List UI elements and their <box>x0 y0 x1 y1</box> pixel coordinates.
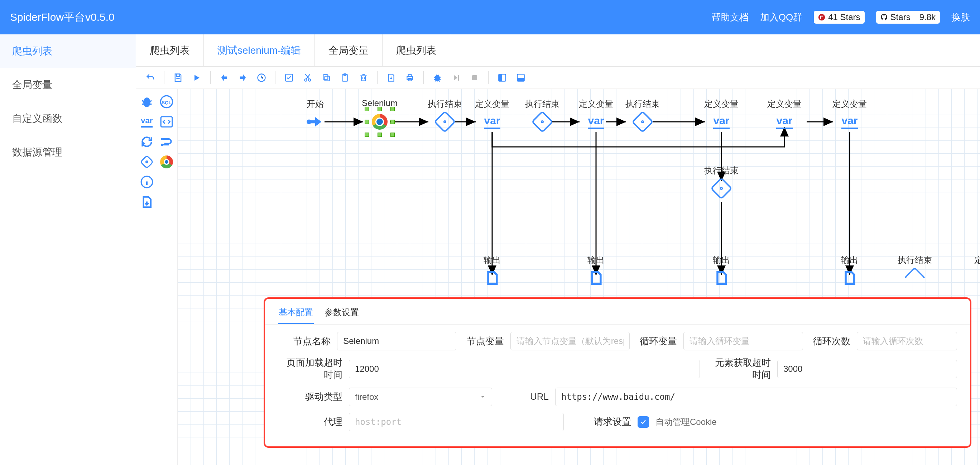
layout-left-button[interactable] <box>494 70 510 86</box>
input-elem-get[interactable] <box>777 360 957 378</box>
input-page-load[interactable] <box>349 360 700 378</box>
node-var-3[interactable]: 定义变量var <box>711 112 732 132</box>
node-label: 定义变量 <box>974 254 980 266</box>
panel-tab-params[interactable]: 参数设置 <box>324 303 360 324</box>
lbl-page-load: 页面加载超时时间 <box>278 357 342 381</box>
print-button[interactable] <box>402 70 418 86</box>
svg-point-18 <box>143 97 150 107</box>
palette-diamond[interactable] <box>138 153 156 170</box>
select-all-button[interactable] <box>281 70 297 86</box>
paste-button[interactable] <box>337 70 353 86</box>
input-loop-count[interactable] <box>857 332 957 350</box>
palette-info[interactable] <box>138 174 156 191</box>
select-driver-value: firefox <box>355 392 378 402</box>
main-area: 爬虫列表 全局变量 自定义函数 数据源管理 爬虫列表 测试selenium-编辑… <box>0 34 980 465</box>
node-label: 定义变量 <box>832 98 867 110</box>
tab-spider-list-2[interactable]: 爬虫列表 <box>383 34 450 66</box>
svg-rect-10 <box>408 75 412 76</box>
node-var-5[interactable]: 定义变量var <box>840 112 860 132</box>
panel-tab-basic[interactable]: 基本配置 <box>278 303 314 324</box>
node-start[interactable]: 开始 <box>305 112 325 132</box>
palette-output[interactable] <box>138 193 156 211</box>
undo-button[interactable] <box>143 70 158 86</box>
svg-point-22 <box>161 138 163 140</box>
svg-rect-15 <box>499 74 502 81</box>
swap-skin-link[interactable]: 换肤 <box>951 11 970 24</box>
undo-arrow-button[interactable] <box>216 70 232 86</box>
sidebar-item-custom-funcs[interactable]: 自定义函数 <box>0 102 136 135</box>
node-label: 输出 <box>841 254 858 266</box>
export-button[interactable] <box>383 70 399 86</box>
palette-chrome[interactable] <box>158 153 175 170</box>
node-label: 定义变量 <box>704 98 738 110</box>
header-actions: 帮助文档 加入QQ群 41 Stars Stars 9.8k 换肤 <box>711 11 970 24</box>
sidebar-item-datasource[interactable]: 数据源管理 <box>0 135 136 169</box>
node-var-1[interactable]: 定义变量var <box>482 112 502 132</box>
save-button[interactable] <box>170 70 186 86</box>
palette-foreach[interactable] <box>158 133 175 150</box>
github-stars-badge[interactable]: Stars 9.8k <box>876 11 940 24</box>
input-node-name[interactable] <box>337 332 456 350</box>
node-exec-end-4[interactable]: 执行结束 <box>711 178 732 199</box>
gitee-stars-count: 41 Stars <box>828 12 860 22</box>
copy-button[interactable] <box>318 70 334 86</box>
input-url[interactable] <box>555 388 957 406</box>
join-qq-link[interactable]: 加入QQ群 <box>760 11 802 24</box>
tab-selenium-edit[interactable]: 测试selenium-编辑 <box>204 34 315 66</box>
node-var-4[interactable]: 定义变量var <box>775 112 794 132</box>
github-label: Stars <box>891 12 910 22</box>
input-loop-var[interactable] <box>683 332 803 350</box>
input-proxy[interactable] <box>349 413 564 432</box>
diamond-icon <box>633 112 652 132</box>
node-output-1[interactable]: 输出 <box>482 268 502 288</box>
history-button[interactable] <box>254 70 269 86</box>
delete-button[interactable] <box>356 70 371 86</box>
debug-button[interactable] <box>430 70 445 86</box>
input-node-var[interactable] <box>511 332 630 350</box>
node-exec-end-1[interactable]: 执行结束 <box>435 112 455 132</box>
svg-point-3 <box>304 79 307 81</box>
node-selenium[interactable]: Selenium <box>370 112 390 132</box>
palette-loop[interactable] <box>138 133 156 150</box>
lbl-node-var: 节点变量 <box>463 335 504 347</box>
sidebar-item-global-vars[interactable]: 全局变量 <box>0 68 136 102</box>
node-output-2[interactable]: 输出 <box>586 268 606 288</box>
var-icon: var <box>840 112 860 132</box>
node-var-2[interactable]: 定义变量var <box>586 112 606 132</box>
gitee-stars-badge[interactable]: 41 Stars <box>814 11 864 24</box>
node-output-3[interactable]: 输出 <box>711 268 732 288</box>
top-header: SpiderFlow平台v0.5.0 帮助文档 加入QQ群 41 Stars S… <box>0 0 980 34</box>
node-exec-end-5[interactable]: 执行结束 <box>905 268 925 288</box>
sidebar-item-spider-list[interactable]: 爬虫列表 <box>0 34 136 68</box>
editor-toolbar <box>136 67 980 89</box>
node-exec-end-2[interactable]: 执行结束 <box>532 112 552 132</box>
node-output-4[interactable]: 输出 <box>840 268 860 288</box>
layout-bottom-button[interactable] <box>513 70 529 86</box>
var-icon: var <box>482 112 502 132</box>
run-button[interactable] <box>189 70 205 86</box>
app-title: SpiderFlow平台v0.5.0 <box>10 10 711 25</box>
node-label: 执行结束 <box>625 98 660 110</box>
tab-global-vars[interactable]: 全局变量 <box>315 34 383 66</box>
palette-bug[interactable] <box>138 93 156 110</box>
lbl-request: 请求设置 <box>570 416 631 428</box>
help-link[interactable]: 帮助文档 <box>711 11 749 24</box>
node-exec-end-3[interactable]: 执行结束 <box>633 112 652 132</box>
redo-arrow-button[interactable] <box>235 70 251 86</box>
chrome-icon <box>370 112 390 132</box>
checkbox-auto-cookie[interactable] <box>638 416 649 428</box>
output-icon <box>482 268 502 288</box>
select-driver[interactable]: firefox <box>349 388 492 406</box>
cut-button[interactable] <box>300 70 315 86</box>
node-label: 执行结束 <box>704 165 738 176</box>
step-button[interactable] <box>448 70 464 86</box>
tab-spider-list[interactable]: 爬虫列表 <box>136 34 204 66</box>
stop-button[interactable] <box>467 70 482 86</box>
palette-var[interactable]: var <box>138 113 156 131</box>
lbl-auto-cookie: 自动管理Cookie <box>655 416 717 428</box>
palette-sql[interactable]: SQL <box>158 93 175 110</box>
properties-panel: 基本配置 参数设置 节点名称 节点变量 循环变量 循环次数 页面加载超时时间 <box>264 297 971 448</box>
palette-code[interactable] <box>158 113 175 131</box>
node-label: 输出 <box>484 254 501 266</box>
github-icon <box>880 14 888 21</box>
